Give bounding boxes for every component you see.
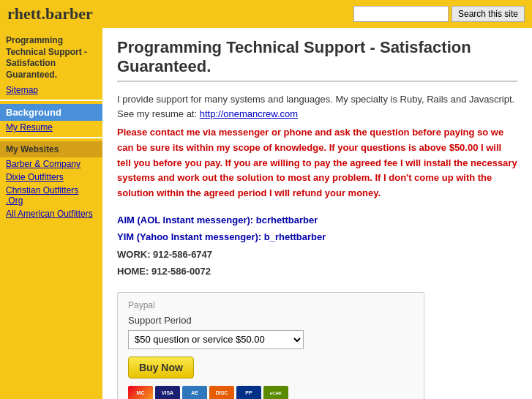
work-line: WORK: 912-586-6747: [117, 246, 517, 263]
echeck-icon: eCHK: [263, 386, 288, 399]
sidebar-divider-2: [0, 137, 102, 138]
aim-line: AIM (AOL Instant messenger): bcrhettbarb…: [117, 212, 517, 228]
search-button[interactable]: Search this site: [452, 6, 525, 22]
intro-text-content: I provide support for many systems and l…: [117, 94, 514, 119]
sidebar-link-barber[interactable]: Barber & Company: [0, 157, 102, 171]
sidebar-link-christian[interactable]: Christian Outfitters .Org: [0, 184, 102, 207]
main-content: Programming Technical Support - Satisfac…: [102, 28, 532, 399]
buy-now-button[interactable]: Buy Now: [128, 357, 194, 379]
sidebar: Programming Technical Support - Satisfac…: [0, 28, 102, 399]
support-period-label: Support Period: [128, 315, 413, 326]
sidebar-divider-1: [0, 100, 102, 101]
search-area: Search this site: [353, 6, 525, 22]
payment-icons: MC VISA AE DISC PP eCHK: [128, 386, 413, 399]
paypal-icon: PP: [236, 386, 261, 399]
sidebar-group-my-websites: My Websites: [0, 141, 102, 157]
yim-line: YIM (Yahoo Instant messenger): b_rhettba…: [117, 228, 517, 245]
paypal-label: Paypal: [128, 300, 413, 310]
amex-icon: AE: [182, 386, 207, 399]
search-input[interactable]: [353, 6, 449, 22]
paypal-section: Paypal Support Period $50 question or se…: [117, 292, 424, 399]
contact-info: AIM (AOL Instant messenger): bcrhettbarb…: [117, 212, 517, 280]
sidebar-link-resume[interactable]: My Resume: [0, 121, 102, 134]
header: rhett.barber Search this site: [0, 0, 532, 28]
site-title: rhett.barber: [7, 4, 93, 23]
sidebar-link-american[interactable]: All American Outfitters: [0, 207, 102, 220]
intro-link[interactable]: http://onemancrew.com: [200, 108, 298, 119]
mastercard-icon: MC: [128, 386, 153, 399]
sidebar-section-title: Programming Technical Support - Satisfac…: [0, 32, 102, 83]
layout: Programming Technical Support - Satisfac…: [0, 28, 532, 399]
visa-icon: VISA: [155, 386, 180, 399]
sidebar-item-background[interactable]: Background: [0, 104, 102, 121]
discover-icon: DISC: [209, 386, 234, 399]
home-line: HOME: 912-586-0072: [117, 263, 517, 280]
sidebar-link-sitemap[interactable]: Sitemap: [0, 83, 102, 97]
sidebar-link-dixie[interactable]: Dixie Outfitters: [0, 171, 102, 184]
intro-text: I provide support for many systems and l…: [117, 92, 517, 121]
warning-text: Please contact me via messenger or phone…: [117, 125, 517, 201]
page-heading: Programming Technical Support - Satisfac…: [117, 38, 517, 82]
support-period-select[interactable]: $50 question or service $50.00: [128, 330, 304, 349]
